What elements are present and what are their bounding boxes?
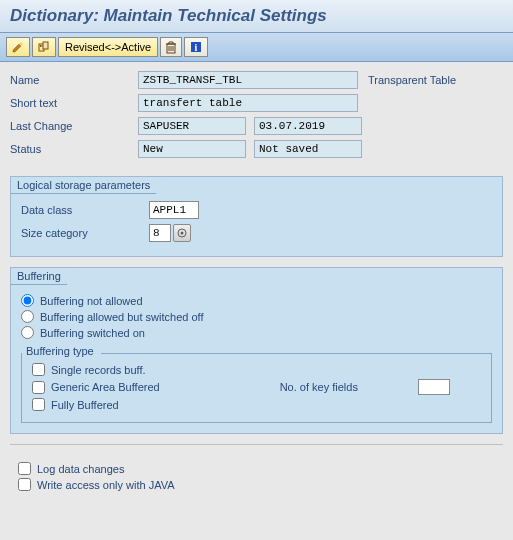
delete-button[interactable] — [160, 37, 182, 57]
last-change-label: Last Change — [10, 120, 138, 132]
generic-area-label: Generic Area Buffered — [51, 381, 160, 393]
buffering-not-allowed-radio[interactable] — [21, 294, 34, 307]
buffering-allowed-off-radio[interactable] — [21, 310, 34, 323]
single-records-row[interactable]: Single records buff. — [32, 363, 481, 376]
bottom-area: Log data changes Write access only with … — [0, 447, 513, 506]
name-label: Name — [10, 74, 138, 86]
buffering-allowed-off-label: Buffering allowed but switched off — [40, 311, 203, 323]
log-data-checkbox[interactable] — [18, 462, 31, 475]
single-records-label: Single records buff. — [51, 364, 146, 376]
table-type: Transparent Table — [368, 74, 456, 86]
buffering-type-group: Buffering type Single records buff. Gene… — [21, 353, 492, 423]
info-button[interactable]: i — [184, 37, 208, 57]
buffering-not-allowed-row[interactable]: Buffering not allowed — [21, 294, 492, 307]
name-value: ZSTB_TRANSF_TBL — [138, 71, 358, 89]
buffering-on-label: Buffering switched on — [40, 327, 145, 339]
fully-buffered-label: Fully Buffered — [51, 399, 119, 411]
generic-area-checkbox[interactable] — [32, 381, 45, 394]
size-category-input[interactable] — [149, 224, 171, 242]
page-title: Dictionary: Maintain Technical Settings — [10, 6, 503, 26]
other-object-button[interactable] — [32, 37, 56, 57]
logical-storage-section: Logical storage parameters Data class Si… — [10, 176, 503, 257]
short-text-value: transfert table — [138, 94, 358, 112]
separator — [10, 444, 503, 445]
value-help-button[interactable] — [173, 224, 191, 242]
buffering-type-title: Buffering type — [22, 345, 98, 357]
last-change-date: 03.07.2019 — [254, 117, 362, 135]
title-bar: Dictionary: Maintain Technical Settings — [0, 0, 513, 33]
keyfields-input[interactable] — [418, 379, 450, 395]
buffering-not-allowed-label: Buffering not allowed — [40, 295, 143, 307]
buffering-title: Buffering — [11, 268, 68, 285]
java-access-label: Write access only with JAVA — [37, 479, 175, 491]
java-access-row[interactable]: Write access only with JAVA — [18, 478, 495, 491]
short-text-label: Short text — [10, 97, 138, 109]
lsp-title: Logical storage parameters — [11, 177, 157, 194]
fully-buffered-checkbox[interactable] — [32, 398, 45, 411]
status-saved: Not saved — [254, 140, 362, 158]
single-records-checkbox[interactable] — [32, 363, 45, 376]
last-change-user: SAPUSER — [138, 117, 246, 135]
header-area: Name ZSTB_TRANSF_TBL Transparent Table S… — [0, 62, 513, 166]
svg-point-6 — [181, 232, 184, 235]
status-value: New — [138, 140, 246, 158]
svg-text:i: i — [195, 42, 198, 53]
data-class-label: Data class — [21, 204, 149, 216]
svg-rect-1 — [43, 42, 48, 49]
size-category-label: Size category — [21, 227, 149, 239]
toolbar: Revised<->Active i — [0, 33, 513, 62]
java-access-checkbox[interactable] — [18, 478, 31, 491]
keyfields-label: No. of key fields — [280, 381, 358, 393]
generic-area-row[interactable]: Generic Area Buffered No. of key fields — [32, 379, 481, 395]
buffering-on-radio[interactable] — [21, 326, 34, 339]
edit-button[interactable] — [6, 37, 30, 57]
status-label: Status — [10, 143, 138, 155]
buffering-on-row[interactable]: Buffering switched on — [21, 326, 492, 339]
log-data-label: Log data changes — [37, 463, 124, 475]
revised-active-button[interactable]: Revised<->Active — [58, 37, 158, 57]
log-data-row[interactable]: Log data changes — [18, 462, 495, 475]
buffering-allowed-off-row[interactable]: Buffering allowed but switched off — [21, 310, 492, 323]
data-class-input[interactable] — [149, 201, 199, 219]
buffering-section: Buffering Buffering not allowed Bufferin… — [10, 267, 503, 434]
fully-buffered-row[interactable]: Fully Buffered — [32, 398, 481, 411]
